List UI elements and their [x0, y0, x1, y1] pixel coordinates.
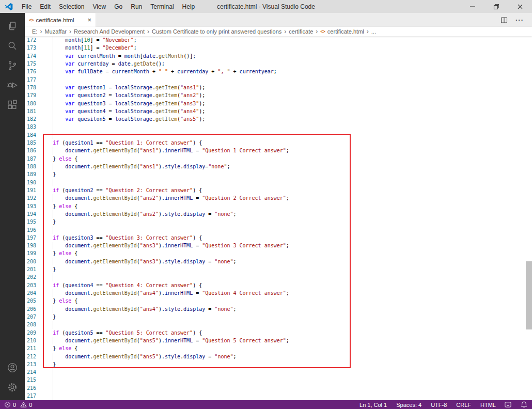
line-number[interactable]: 203: [25, 281, 36, 289]
line-number[interactable]: 198: [25, 242, 36, 249]
more-actions-icon[interactable]: ···: [515, 16, 524, 24]
tab-certificate-html[interactable]: <> certificate.html ×: [25, 13, 96, 27]
code-line[interactable]: 187 } else {: [25, 155, 532, 163]
line-number[interactable]: 174: [25, 52, 36, 60]
sidebar-item-source-control[interactable]: [0, 56, 25, 75]
line-number[interactable]: 195: [25, 218, 36, 226]
code-line[interactable]: 209 if (quesiton5 == "Question 5: Correc…: [25, 329, 532, 337]
menu-view[interactable]: View: [88, 0, 110, 13]
code-line[interactable]: 193 } else {: [25, 202, 532, 210]
line-number[interactable]: 180: [25, 100, 36, 107]
code-line[interactable]: 184: [25, 131, 532, 139]
code-line[interactable]: 217: [25, 392, 532, 400]
menu-terminal[interactable]: Terminal: [146, 0, 178, 13]
code-line[interactable]: 195 }: [25, 218, 532, 226]
line-number[interactable]: 177: [25, 76, 36, 84]
code-line[interactable]: 206 document.getElementById("ans4").styl…: [25, 305, 532, 313]
code-line[interactable]: 180 var quesiton3 = localStorage.getItem…: [25, 100, 532, 107]
feedback-button[interactable]: [504, 401, 512, 408]
line-number[interactable]: 175: [25, 60, 36, 68]
close-button[interactable]: [508, 0, 532, 13]
code-line[interactable]: 190: [25, 179, 532, 186]
code-line[interactable]: 203 if (quesiton4 == "Question 4: Correc…: [25, 281, 532, 289]
line-number[interactable]: 207: [25, 313, 36, 321]
sidebar-item-run-debug[interactable]: [0, 75, 25, 95]
line-number[interactable]: 215: [25, 376, 36, 384]
breadcrumb-item[interactable]: E:: [32, 28, 37, 35]
sidebar-item-search[interactable]: [0, 36, 25, 56]
line-number[interactable]: 187: [25, 155, 36, 163]
line-number[interactable]: 179: [25, 91, 36, 99]
code-line[interactable]: 194 document.getElementById("ans2").styl…: [25, 210, 532, 218]
restore-button[interactable]: [484, 0, 508, 13]
line-number[interactable]: 211: [25, 344, 36, 352]
line-number[interactable]: 208: [25, 321, 36, 328]
menu-go[interactable]: Go: [110, 0, 127, 13]
line-number[interactable]: 201: [25, 265, 36, 273]
line-number[interactable]: 214: [25, 368, 36, 376]
status-cursor-position[interactable]: Ln 1, Col 1: [359, 402, 387, 408]
line-number[interactable]: 181: [25, 107, 36, 115]
line-number[interactable]: 173: [25, 44, 36, 52]
line-number[interactable]: 197: [25, 234, 36, 242]
code-line[interactable]: 173 month[11] = "December";: [25, 44, 532, 52]
menu-file[interactable]: File: [18, 0, 36, 13]
code-line[interactable]: 175 var currentday = date.getDate();: [25, 60, 532, 68]
line-number[interactable]: 182: [25, 115, 36, 123]
line-number[interactable]: 216: [25, 384, 36, 392]
code-line[interactable]: 216: [25, 384, 532, 392]
menu-edit[interactable]: Edit: [36, 0, 55, 13]
line-number[interactable]: 210: [25, 337, 36, 344]
line-number[interactable]: 193: [25, 202, 36, 210]
code-line[interactable]: 202: [25, 273, 532, 281]
code-line[interactable]: 189 }: [25, 170, 532, 178]
sidebar-item-explorer[interactable]: [0, 17, 25, 36]
line-number[interactable]: 194: [25, 210, 36, 218]
code-editor[interactable]: 172 month[10] = "November";173 month[11]…: [25, 36, 532, 400]
code-line[interactable]: 179 var quesiton2 = localStorage.getItem…: [25, 91, 532, 99]
sidebar-item-extensions[interactable]: [0, 95, 25, 115]
line-number[interactable]: 212: [25, 353, 36, 360]
code-line[interactable]: 174 var currentMonth = month[date.getMon…: [25, 52, 532, 60]
code-line[interactable]: 210 document.getElementById("ans5").inne…: [25, 337, 532, 344]
code-line[interactable]: 177: [25, 76, 532, 84]
line-number[interactable]: 186: [25, 147, 36, 154]
code-line[interactable]: 182 var quesiton5 = localStorage.getItem…: [25, 115, 532, 123]
line-number[interactable]: 185: [25, 139, 36, 147]
line-number[interactable]: 178: [25, 84, 36, 91]
line-number[interactable]: 191: [25, 186, 36, 194]
code-line[interactable]: 213 }: [25, 360, 532, 368]
code-line[interactable]: 214: [25, 368, 532, 376]
line-number[interactable]: 172: [25, 36, 36, 44]
settings-button[interactable]: [0, 377, 25, 397]
minimize-button[interactable]: [461, 0, 484, 13]
notifications-button[interactable]: [520, 401, 528, 408]
code-line[interactable]: 205 } else {: [25, 297, 532, 305]
code-line[interactable]: 204 document.getElementById("ans4").inne…: [25, 289, 532, 297]
code-line[interactable]: 192 document.getElementById("ans2").inne…: [25, 194, 532, 202]
line-number[interactable]: 199: [25, 249, 36, 257]
code-line[interactable]: 212 document.getElementById("ans5").styl…: [25, 353, 532, 360]
line-number[interactable]: 196: [25, 226, 36, 234]
status-eol-sequence[interactable]: CRLF: [456, 402, 471, 408]
split-editor-icon[interactable]: [500, 16, 508, 24]
status-language-mode[interactable]: HTML: [480, 402, 496, 408]
code-line[interactable]: 183: [25, 123, 532, 131]
breadcrumb-item[interactable]: certificate: [289, 28, 313, 35]
code-line[interactable]: 201 }: [25, 265, 532, 273]
breadcrumb-item[interactable]: ...: [371, 28, 376, 35]
code-line[interactable]: 191 if (quesiton2 == "Question 2: Correc…: [25, 186, 532, 194]
line-number[interactable]: 190: [25, 179, 36, 186]
line-number[interactable]: 176: [25, 68, 36, 75]
code-line[interactable]: 200 document.getElementById("ans3").styl…: [25, 258, 532, 265]
line-number[interactable]: 213: [25, 360, 36, 368]
menu-selection[interactable]: Selection: [55, 0, 88, 13]
code-line[interactable]: 181 var quesiton4 = localStorage.getItem…: [25, 107, 532, 115]
vertical-scrollbar[interactable]: [526, 261, 532, 329]
line-number[interactable]: 192: [25, 194, 36, 202]
code-line[interactable]: 215: [25, 376, 532, 384]
status-indentation[interactable]: Spaces: 4: [396, 402, 421, 408]
problems-status[interactable]: 0 0: [4, 401, 32, 408]
breadcrumb-item[interactable]: certificate.html: [327, 28, 364, 35]
line-number[interactable]: 189: [25, 170, 36, 178]
